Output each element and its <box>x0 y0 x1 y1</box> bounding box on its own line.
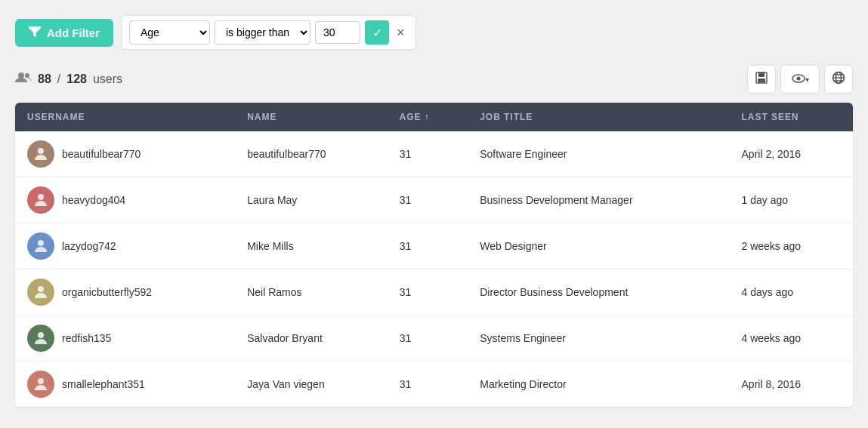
svg-point-6 <box>796 77 800 81</box>
cell-job-title: Director Business Development <box>468 269 729 316</box>
avatar <box>27 325 54 352</box>
toolbar: Add Filter Age Name Username Job Title i… <box>15 15 853 50</box>
svg-point-13 <box>38 194 44 200</box>
toolbar-right: ▾ <box>747 65 853 94</box>
globe-icon <box>832 71 845 88</box>
filter-bar: Age Name Username Job Title is bigger th… <box>121 15 416 50</box>
filtered-count: 88 <box>38 72 51 86</box>
cell-job-title: Software Engineer <box>468 131 729 177</box>
svg-rect-3 <box>758 72 765 77</box>
table-header: USERNAME NAME AGE ↑ JOB TITLE LAST SEEN <box>15 103 853 131</box>
cell-age: 31 <box>388 177 468 223</box>
add-filter-label: Add Filter <box>47 26 100 39</box>
cell-username: organicbutterfly592 <box>15 269 235 316</box>
table-row: beautifulbear770 beautifulbear770 31 Sof… <box>15 131 853 177</box>
users-count: 88 / 128 users <box>15 72 122 87</box>
filter-close-button[interactable]: × <box>394 25 408 41</box>
cell-age: 31 <box>388 223 468 269</box>
cell-age: 31 <box>388 362 468 408</box>
avatar <box>27 371 54 398</box>
users-info-bar: 88 / 128 users ▾ <box>15 65 853 94</box>
cell-name: Jaya Van viegen <box>235 362 387 408</box>
globe-button[interactable] <box>824 65 853 94</box>
col-age[interactable]: AGE ↑ <box>388 103 468 131</box>
table-row: organicbutterfly592 Neil Ramos 31 Direct… <box>15 269 853 316</box>
svg-point-0 <box>18 72 24 79</box>
cell-last-seen: 4 days ago <box>730 269 853 316</box>
filter-confirm-button[interactable]: ✓ <box>365 20 389 45</box>
avatar <box>27 140 54 168</box>
cell-age: 31 <box>388 269 468 316</box>
col-job-title: JOB TITLE <box>468 103 729 131</box>
svg-point-17 <box>38 378 44 384</box>
avatar <box>27 232 54 260</box>
filter-icon <box>29 26 41 39</box>
avatar <box>27 279 54 306</box>
filter-field-select[interactable]: Age Name Username Job Title <box>129 20 210 45</box>
filter-operator-select[interactable]: is bigger than is less than equals conta… <box>215 20 310 45</box>
cell-age: 31 <box>388 316 468 362</box>
save-view-button[interactable] <box>747 65 776 94</box>
cell-job-title: Business Development Manager <box>468 177 729 223</box>
add-filter-button[interactable]: Add Filter <box>15 19 113 47</box>
username-text: organicbutterfly592 <box>62 286 152 298</box>
cell-last-seen: 4 weeks ago <box>730 316 853 362</box>
column-visibility-button[interactable]: ▾ <box>780 65 820 94</box>
cell-username: beautifulbear770 <box>15 131 235 177</box>
cell-job-title: Web Designer <box>468 223 729 269</box>
count-separator: / <box>57 72 60 86</box>
avatar <box>27 186 54 214</box>
cell-name: Laura May <box>235 177 387 223</box>
svg-rect-4 <box>758 79 765 82</box>
cell-job-title: Marketing Director <box>468 362 729 408</box>
svg-point-14 <box>38 240 44 246</box>
username-text: redfish135 <box>62 332 111 344</box>
cell-name: Salvador Bryant <box>235 316 387 362</box>
svg-point-15 <box>38 286 44 292</box>
eye-icon <box>792 72 805 86</box>
col-name: NAME <box>235 103 387 131</box>
save-icon <box>755 72 768 87</box>
cell-job-title: Systems Engineer <box>468 316 729 362</box>
cell-name: beautifulbear770 <box>235 131 387 177</box>
username-text: smallelephant351 <box>62 378 145 390</box>
table-row: lazydog742 Mike Mills 31 Web Designer 2 … <box>15 223 853 269</box>
users-label: users <box>93 72 122 86</box>
svg-point-16 <box>38 332 44 338</box>
table-row: heavydog404 Laura May 31 Business Develo… <box>15 177 853 223</box>
cell-last-seen: April 8, 2016 <box>730 362 853 408</box>
svg-point-12 <box>38 148 44 154</box>
username-text: lazydog742 <box>62 240 116 252</box>
cell-name: Neil Ramos <box>235 269 387 316</box>
username-text: heavydog404 <box>62 194 125 206</box>
cell-last-seen: 2 weeks ago <box>730 223 853 269</box>
svg-point-1 <box>25 73 29 78</box>
table-row: redfish135 Salvador Bryant 31 Systems En… <box>15 316 853 362</box>
cell-name: Mike Mills <box>235 223 387 269</box>
total-count: 128 <box>66 72 87 86</box>
username-text: beautifulbear770 <box>62 148 141 160</box>
col-username: USERNAME <box>15 103 235 131</box>
cell-username: lazydog742 <box>15 223 235 269</box>
checkmark-icon: ✓ <box>372 26 382 40</box>
col-last-seen: LAST SEEN <box>730 103 853 131</box>
cell-age: 31 <box>388 131 468 177</box>
users-icon <box>15 72 32 87</box>
cell-username: heavydog404 <box>15 177 235 223</box>
table-body: beautifulbear770 beautifulbear770 31 Sof… <box>15 131 853 407</box>
table-row: smallelephant351 Jaya Van viegen 31 Mark… <box>15 362 853 408</box>
sort-arrow-icon: ↑ <box>425 112 430 122</box>
users-table: USERNAME NAME AGE ↑ JOB TITLE LAST SEEN … <box>15 103 853 407</box>
chevron-down-icon: ▾ <box>805 75 809 84</box>
close-icon: × <box>397 25 405 40</box>
filter-value-input[interactable] <box>315 21 360 44</box>
cell-username: redfish135 <box>15 316 235 362</box>
cell-username: smallelephant351 <box>15 362 235 408</box>
cell-last-seen: April 2, 2016 <box>730 131 853 177</box>
cell-last-seen: 1 day ago <box>730 177 853 223</box>
